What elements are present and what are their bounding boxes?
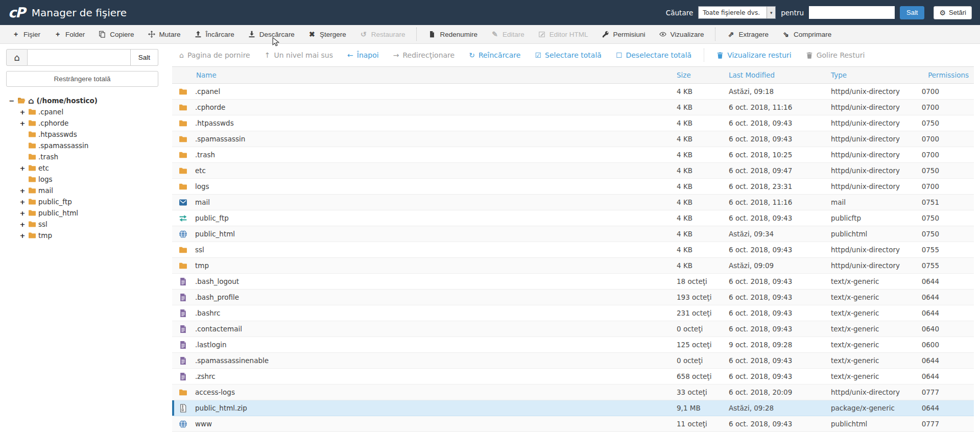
nav-link-deselectare-totală[interactable]: ☐Deselectare totală (609, 51, 699, 59)
file-name: etc (195, 166, 206, 175)
cell-type: publicftp (824, 210, 917, 226)
collapse-expander-icon[interactable]: − (8, 97, 15, 105)
column-header-size[interactable]: Size (670, 67, 722, 84)
tree-item-public_ftp[interactable]: +public_ftp (8, 196, 158, 207)
expand-expander-icon[interactable]: + (19, 187, 26, 195)
file-name: public_html (195, 230, 235, 238)
file-row-.spamassassin[interactable]: .spamassassin4 KB6 oct. 2018, 09:43httpd… (172, 131, 974, 147)
nav-link-reîncărcare[interactable]: ↻Reîncărcare (462, 51, 528, 59)
toolbar-button-fişier[interactable]: +Fişier (5, 25, 47, 43)
tree-item-.cphorde[interactable]: +.cphorde (8, 117, 158, 129)
tree-item-label: (/home/hostico) (36, 97, 98, 105)
toolbar-button-comprimare[interactable]: ⇘Comprimare (775, 25, 838, 43)
toolbar-button-mutare[interactable]: Mutare (141, 25, 187, 43)
exchange-icon (179, 214, 187, 223)
file-row-.lastlogin[interactable]: .lastlogin125 octeţi9 oct. 2018, 09:28te… (172, 337, 974, 353)
expand-expander-icon[interactable]: + (19, 232, 26, 239)
expand-expander-icon[interactable]: + (19, 221, 26, 228)
file-row-access-logs[interactable]: access-logs33 octeţi6 oct. 2018, 20:09ht… (172, 385, 974, 400)
file-row-.cpanel[interactable]: .cpanel4 KBAstăzi, 09:18httpd/unix-direc… (172, 84, 974, 100)
file-manager-main: ⌂Pagina de pornire↑Un nivel mai sus←Înap… (164, 44, 980, 432)
file-row-.contactemail[interactable]: .contactemail0 octeţi6 oct. 2018, 09:43t… (172, 321, 974, 337)
toolbar-button-descărcare[interactable]: Descărcare (241, 25, 301, 43)
expand-expander-icon[interactable]: + (19, 198, 26, 206)
cell-modified: Astăzi, 09:28 (722, 400, 824, 416)
cell-name: .spamassassinenable (172, 353, 670, 369)
column-header-last-modified[interactable]: Last Modified (722, 67, 824, 84)
home-icon: ⌂ (28, 96, 34, 106)
tree-item-mail[interactable]: +mail (8, 185, 158, 196)
cell-name: .lastlogin (172, 337, 670, 353)
nav-link-selectare-totală[interactable]: ☑Selectare totală (528, 51, 608, 59)
search-input[interactable] (809, 6, 895, 19)
tree-item-.cpanel[interactable]: +.cpanel (8, 106, 158, 117)
folder-icon (28, 186, 36, 195)
file-name-wrap: public_html (172, 230, 670, 238)
toolbar-button-copiere[interactable]: Copiere (91, 25, 140, 43)
file-row-.bash_profile[interactable]: .bash_profile193 octeţi6 oct. 2018, 09:4… (172, 290, 974, 305)
toolbar-button-redenumire[interactable]: Redenumire (421, 25, 484, 43)
tree-item-etc[interactable]: +etc (8, 162, 158, 174)
column-header-type[interactable]: Type (824, 67, 917, 84)
file-row-.trash[interactable]: .trash4 KB6 oct. 2018, 10:25httpd/unix-d… (172, 147, 974, 163)
settings-button[interactable]: ⚙ Setări (934, 6, 972, 19)
column-header-name[interactable]: Name (172, 67, 670, 84)
home-button[interactable]: ⌂ (6, 49, 28, 66)
file-row-logs[interactable]: logs4 KB6 oct. 2018, 23:31httpd/unix-dir… (172, 179, 974, 195)
toolbar-button-extragere[interactable]: ⇗Extragere (720, 25, 775, 43)
cell-type: httpd/unix-directory (824, 131, 917, 147)
expand-expander-icon[interactable]: + (19, 108, 26, 116)
file-row-.bash_logout[interactable]: .bash_logout18 octeţi6 oct. 2018, 09:43t… (172, 274, 974, 290)
file-row-.bashrc[interactable]: .bashrc231 octeţi6 oct. 2018, 09:43text/… (172, 305, 974, 321)
file-row-public_ftp[interactable]: public_ftp4 KB6 oct. 2018, 09:43publicft… (172, 210, 974, 226)
arrow-right-icon: → (393, 51, 399, 59)
file-row-www[interactable]: www11 octeţi6 oct. 2018, 09:43publichtml… (172, 416, 974, 432)
file-name-wrap: .contactemail (172, 325, 670, 333)
cell-modified: 6 oct. 2018, 09:43 (722, 416, 824, 432)
search-go-button[interactable]: Salt (900, 6, 924, 19)
toolbar-button-folder[interactable]: +Folder (47, 25, 91, 43)
file-name-wrap: .lastlogin (172, 341, 670, 349)
tree-item-logs[interactable]: logs (8, 174, 158, 185)
tree-item-ssl[interactable]: +ssl (8, 219, 158, 230)
file-row-.spamassassinenable[interactable]: .spamassassinenable0 octeţi6 oct. 2018, … (172, 353, 974, 369)
tree-item-homehostico[interactable]: −⌂(/home/hostico) (8, 95, 158, 106)
tree-item-.spamassassin[interactable]: .spamassassin (8, 140, 158, 151)
tree-item-tmp[interactable]: +tmp (8, 230, 158, 241)
toolbar-button-vizualizare[interactable]: Vizualizare (652, 25, 711, 43)
tree-item-public_html[interactable]: +public_html (8, 207, 158, 219)
file-row-tmp[interactable]: tmp4 KBAstăzi, 09:09httpd/unix-directory… (172, 258, 974, 274)
file-row-ssl[interactable]: ssl4 KB6 oct. 2018, 09:43httpd/unix-dire… (172, 242, 974, 258)
file-row-.htpasswds[interactable]: .htpasswds4 KB6 oct. 2018, 09:43httpd/un… (172, 115, 974, 131)
toolbar-button-încărcare[interactable]: Încărcare (187, 25, 241, 43)
collapse-all-button[interactable]: Restrângere totală (6, 71, 158, 87)
tree-item-.trash[interactable]: .trash (8, 151, 158, 162)
file-row-.zshrc[interactable]: .zshrc658 octeţi6 oct. 2018, 09:43text/x… (172, 369, 974, 385)
expand-expander-icon[interactable]: + (19, 209, 26, 217)
toolbar-button-permisiuni[interactable]: Permisiuni (595, 25, 652, 43)
toolbar-button-editor-html: Editor HTML (531, 25, 595, 43)
cell-perm: 0644 (917, 290, 974, 305)
file-row-public_html.zip[interactable]: public_html.zip9,1 MBAstăzi, 09:28packag… (172, 400, 974, 416)
nav-link-înapoi[interactable]: ←Înapoi (340, 51, 386, 59)
file-row-mail[interactable]: mail4 KB6 oct. 2018, 11:16mail0751 (172, 195, 974, 210)
nav-link-vizualizare-resturi[interactable]: Vizualizare resturi (709, 51, 799, 59)
file-table: NameSizeLast ModifiedTypePermissions .cp… (172, 66, 974, 432)
column-header-permissions[interactable]: Permissions (917, 67, 974, 84)
toolbar-button-ştergere[interactable]: ✖Ştergere (301, 25, 353, 43)
path-input[interactable] (28, 49, 131, 66)
expand-expander-icon[interactable]: + (19, 119, 26, 127)
trash-icon (716, 52, 724, 59)
path-go-button[interactable]: Salt (131, 49, 158, 66)
arrow-left-icon: ← (347, 51, 353, 59)
file-row-etc[interactable]: etc4 KB6 oct. 2018, 09:47httpd/unix-dire… (172, 163, 974, 179)
cell-size: 33 octeţi (670, 385, 722, 400)
file-row-public_html[interactable]: public_html4 KBAstăzi, 09:34publichtml07… (172, 226, 974, 242)
cell-type: httpd/unix-directory (824, 115, 917, 131)
search-scope-select[interactable]: Toate fişierele dvs. ▾ (698, 6, 776, 19)
cell-type: httpd/unix-directory (824, 242, 917, 258)
tree-item-.htpasswds[interactable]: .htpasswds (8, 129, 158, 140)
file-row-.cphorde[interactable]: .cphorde4 KB6 oct. 2018, 11:16httpd/unix… (172, 100, 974, 115)
file-name: mail (195, 198, 210, 206)
expand-expander-icon[interactable]: + (19, 164, 26, 172)
